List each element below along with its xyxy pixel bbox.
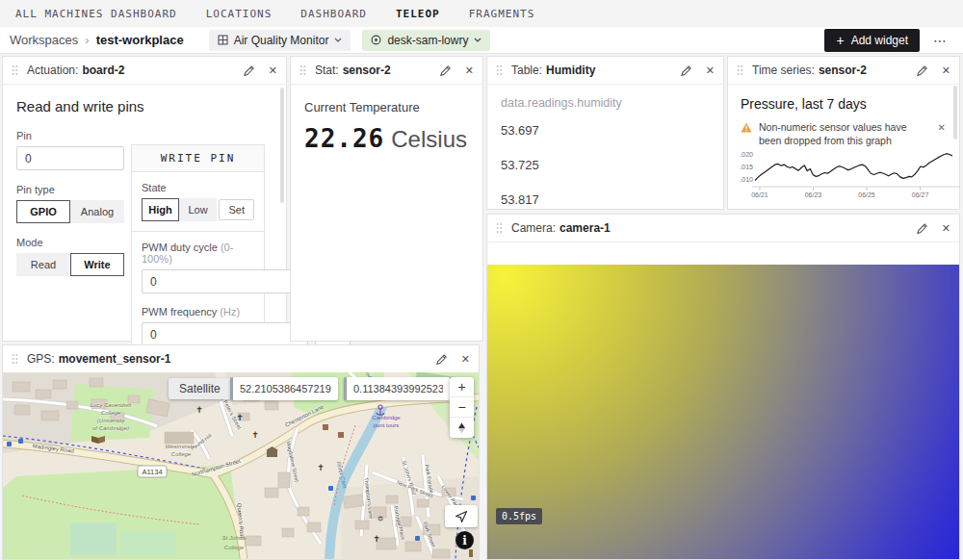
widget-resource-name: sensor-2 — [819, 64, 867, 77]
map-synagogue-icon: ✡ — [377, 515, 384, 523]
map-monument-icon — [469, 549, 473, 557]
actuation-heading: Read and write pins — [16, 98, 273, 115]
locate-button[interactable] — [445, 505, 478, 527]
zoom-in-button[interactable]: + — [450, 377, 474, 397]
drag-handle-icon[interactable] — [12, 353, 18, 365]
overflow-menu-icon[interactable]: ⋯ — [933, 33, 948, 48]
pressure-chart: 06/2106/2306/2506/27101010151020 — [741, 150, 963, 200]
machine-dropdown[interactable]: desk-sam-lowry — [362, 30, 490, 51]
drag-handle-icon[interactable] — [12, 64, 18, 76]
widget-title: Stat: — [315, 64, 339, 77]
widget-header: Camera: camera-1 ✕ — [487, 215, 959, 242]
x-tick-label: 06/23 — [805, 191, 822, 198]
stat-body: Current Temperature 22.26Celsius — [291, 85, 482, 168]
widget-resource-name: Humidity — [546, 64, 595, 77]
pin-input[interactable] — [16, 146, 124, 170]
write-pin-title: WRITE PIN — [132, 145, 264, 172]
drag-handle-icon[interactable] — [496, 222, 503, 234]
edit-pencil-icon[interactable] — [243, 64, 255, 77]
pwm-duty-label: PWM duty cycle (0-100%) — [142, 242, 254, 265]
edit-pencil-icon[interactable] — [916, 222, 928, 235]
actuation-left-column: Pin Pin type GPIO Analog Mode Read Write — [16, 130, 124, 276]
widget-resource-name: sensor-2 — [343, 64, 391, 77]
edit-pencil-icon[interactable] — [916, 64, 928, 77]
pin-type-gpio-button[interactable]: GPIO — [16, 200, 70, 223]
warning-close-icon[interactable]: ✕ — [932, 120, 951, 135]
pin-type-segmented: GPIO Analog — [16, 200, 124, 223]
pwm-duty-section: PWM duty cycle (0-100%) Set PWM frequenc… — [132, 231, 264, 356]
map-zoom-controls: + − — [450, 377, 474, 438]
map-attribution-info-button[interactable]: i — [455, 531, 474, 549]
state-section: State High Low Set — [132, 172, 264, 231]
longitude-input[interactable] — [344, 377, 450, 400]
state-set-button[interactable]: Set — [219, 199, 254, 220]
widget-camera: Camera: camera-1 ✕ 0.5fps — [486, 214, 960, 560]
pwm-freq-input[interactable] — [142, 322, 308, 346]
compass-button[interactable] — [450, 418, 474, 438]
state-low-button[interactable]: Low — [179, 198, 217, 221]
close-icon[interactable]: ✕ — [942, 64, 950, 77]
map-label: Lucy Cavendish — [91, 402, 132, 408]
state-high-button[interactable]: High — [142, 198, 179, 221]
nav-dashboard[interactable]: DASHBOARD — [300, 8, 367, 20]
pin-type-analog-button[interactable]: Analog — [70, 200, 124, 223]
timeseries-body: Pressure, last 7 days Non-numeric sensor… — [728, 85, 959, 210]
close-icon[interactable]: ✕ — [942, 222, 950, 235]
table-row: 53.725 — [501, 151, 710, 179]
breadcrumb-workspaces[interactable]: Workspaces — [10, 33, 78, 47]
mode-label: Mode — [16, 237, 124, 248]
widget-header: Stat: sensor-2 ✕ — [291, 57, 482, 85]
close-icon[interactable]: ✕ — [706, 64, 715, 77]
nav-all-machines-dashboard[interactable]: ALL MACHINES DASHBOARD — [15, 8, 177, 20]
widget-gps: GPS: movement_sensor-1 ✕ — [2, 344, 480, 560]
map-label: (University — [97, 418, 125, 423]
drag-handle-icon[interactable] — [299, 64, 306, 76]
pin-type-label: Pin type — [16, 184, 124, 195]
drag-handle-icon[interactable] — [737, 64, 743, 76]
widget-scrollbar[interactable] — [280, 88, 284, 203]
nav-teleop[interactable]: TELEOP — [396, 8, 440, 20]
mode-write-button[interactable]: Write — [70, 253, 124, 276]
zoom-out-button[interactable]: − — [450, 397, 474, 418]
widget-header: Table: Humidity ✕ — [487, 57, 723, 85]
add-widget-button[interactable]: + Add widget — [824, 29, 920, 52]
add-widget-label: Add widget — [851, 34, 908, 47]
mode-read-button[interactable]: Read — [16, 253, 70, 276]
widget-resource-name: camera-1 — [560, 221, 611, 235]
pwm-duty-input[interactable] — [142, 269, 308, 293]
widget-scrollbar[interactable] — [953, 86, 957, 140]
satellite-toggle-button[interactable]: Satellite — [169, 378, 231, 399]
nav-fragments[interactable]: FRAGMENTS — [469, 8, 535, 20]
y-tick-label: 1020 — [741, 152, 753, 159]
edit-pencil-icon[interactable] — [680, 64, 692, 77]
close-icon[interactable]: ✕ — [269, 64, 277, 77]
state-label: State — [142, 182, 254, 193]
warning-triangle-icon — [741, 122, 752, 133]
map-label: College — [171, 451, 192, 457]
road-ref-badge: A1134 — [142, 468, 162, 476]
map-church-icon: ✝ — [251, 430, 259, 440]
breadcrumb-separator-icon: › — [85, 33, 89, 47]
edit-pencil-icon[interactable] — [435, 353, 448, 366]
fps-badge: 0.5fps — [496, 508, 542, 524]
map-church-icon: ✝ — [317, 463, 325, 472]
map-tower-icon — [323, 424, 328, 430]
close-icon[interactable]: ✕ — [461, 353, 470, 366]
machine-dropdown-label: desk-sam-lowry — [387, 34, 468, 47]
close-icon[interactable]: ✕ — [465, 64, 474, 77]
map-church-icon: ✝ — [195, 405, 203, 415]
edit-pencil-icon[interactable] — [439, 64, 452, 77]
table-row: 53.697 — [501, 116, 710, 144]
widget-title: GPS: — [27, 352, 55, 366]
widget-resource-name: movement_sensor-1 — [59, 352, 171, 366]
map-canvas[interactable]: ✝ ✝ ✝ ✝ ✝ ✡ — [3, 372, 479, 559]
drag-handle-icon[interactable] — [496, 64, 503, 76]
location-dropdown[interactable]: Air Quality Monitor — [209, 30, 351, 51]
chevron-down-icon — [474, 38, 482, 42]
y-tick-label: 1015 — [741, 165, 753, 171]
nav-locations[interactable]: LOCATIONS — [206, 8, 273, 20]
widget-header: Time series: sensor-2 ✕ — [728, 57, 959, 85]
map-label: Westminster — [165, 444, 197, 449]
warning-banner: Non-numeric sensor values have been drop… — [741, 120, 951, 147]
latitude-input[interactable] — [230, 377, 338, 400]
